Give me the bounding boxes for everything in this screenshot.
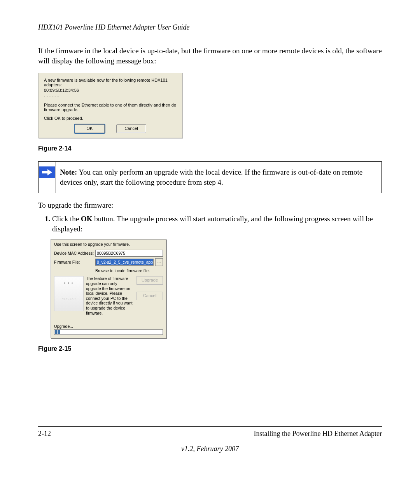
step1-bold: OK <box>81 215 93 223</box>
figure-caption-1: Figure 2-14 <box>38 145 382 152</box>
doc-version: v1.2, February 2007 <box>38 445 382 453</box>
ok-button[interactable]: OK <box>75 124 105 133</box>
dialog1-dots: .......... <box>44 93 177 98</box>
cancel-upgrade-button[interactable]: Cancel <box>136 292 163 300</box>
device-brand-label: NETGEAR <box>54 298 83 300</box>
upgrade-firmware-dialog: Use this screen to upgrade your firmware… <box>51 239 166 338</box>
note-label: Note: <box>60 168 77 176</box>
device-image: NETGEAR <box>54 276 84 311</box>
intro-paragraph: If the firmware in the local device is u… <box>38 46 382 66</box>
upgrade-status: Upgrade... <box>54 324 163 329</box>
section-title: Installing the Powerline HD Ethernet Ada… <box>254 430 382 438</box>
mac-address-field[interactable]: 00095B2C6975 <box>95 250 163 257</box>
firmware-file-field[interactable]: 0_v2-s2_2_5_cvs_remote_app.ftp <box>95 259 154 266</box>
step1-post: button. The upgrade process will start a… <box>52 215 373 233</box>
footer-divider <box>38 426 382 427</box>
dialog1-line1: A new firmware is available now for the … <box>44 78 177 87</box>
dialog1-line3: Click OK to proceed. <box>44 116 177 121</box>
browse-hint: Browse to locate firmware file. <box>95 268 163 273</box>
arrow-right-icon <box>39 166 55 178</box>
dialog1-line2: Please connect the Ethernet cable to one… <box>44 103 177 112</box>
dialog1-mac: 00:09:5B:12:34:56 <box>44 88 177 93</box>
note-text: Note: You can only perform an upgrade wi… <box>56 162 382 192</box>
mac-address-label: Device MAC Address: <box>54 251 95 256</box>
browse-button[interactable]: ... <box>155 258 163 266</box>
dialog2-intro: Use this screen to upgrade your firmware… <box>54 242 163 247</box>
progress-block <box>58 330 60 334</box>
note-body: You can only perform an upgrade with the… <box>60 168 362 186</box>
cancel-button[interactable]: Cancel <box>116 124 146 133</box>
page-number: 2-12 <box>38 430 51 438</box>
firmware-available-dialog: A new firmware is available now for the … <box>38 73 183 138</box>
figure-caption-2: Figure 2-15 <box>38 345 382 352</box>
page-header-title: HDX101 Powerline HD Ethernet Adapter Use… <box>38 23 382 32</box>
upgrade-intro: To upgrade the firmware: <box>38 200 382 210</box>
upgrade-button[interactable]: Upgrade <box>136 276 163 285</box>
firmware-file-label: Firmware File: <box>54 260 95 264</box>
progress-block <box>55 330 57 334</box>
note-box: Note: You can only perform an upgrade wi… <box>38 161 382 193</box>
firmware-description: The feature of firmware upgrade can only… <box>86 276 133 315</box>
progress-bar <box>54 329 163 335</box>
step-1: Click the OK button. The upgrade process… <box>52 214 382 234</box>
header-divider <box>38 34 382 34</box>
step1-pre: Click the <box>52 215 81 223</box>
